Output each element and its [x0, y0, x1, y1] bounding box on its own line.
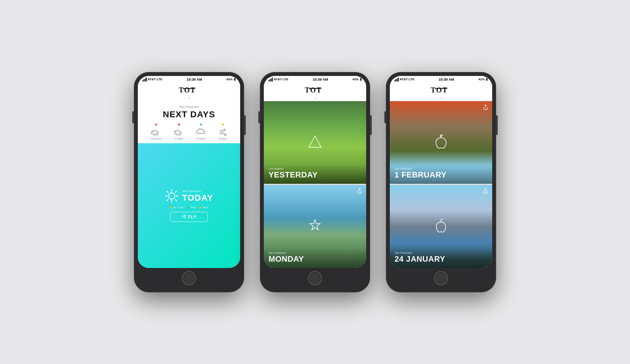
carrier-3: AT&T	[400, 78, 408, 81]
battery-icon-1: ▮	[234, 78, 235, 81]
card-location-february: San Francisco	[395, 167, 487, 170]
next-days-title: NEXT DAYS	[144, 109, 234, 120]
dot-2	[200, 124, 202, 126]
svg-line-4	[157, 135, 158, 136]
phone-3: AT&T LTE 10:39 AM 41% ▮ TOT ⌄	[386, 72, 496, 292]
card-title-january: 24 JANUARY	[395, 255, 487, 263]
dot-0	[155, 124, 157, 126]
home-button-area-1	[138, 268, 240, 288]
legend-wind: Wind	[202, 206, 208, 209]
chevron-3: ⌄	[390, 96, 492, 100]
cloud-icon-2	[196, 127, 206, 136]
chevron-1: ⌄	[138, 96, 240, 100]
weather-day-2: 03 April	[196, 124, 206, 140]
card-monday: San Francisco MONDAY	[264, 185, 366, 268]
label-0: Tomorrow	[150, 137, 162, 140]
home-button-1[interactable]	[182, 271, 196, 285]
svg-line-2	[154, 135, 154, 136]
svg-text:TOT: TOT	[305, 86, 322, 94]
card-february: San Francisco 1 FEBRUARY	[390, 101, 492, 184]
card-overlay-january: San Francisco 24 JANUARY	[390, 248, 492, 268]
fly-button[interactable]: FLY	[170, 212, 208, 222]
card-overlay-yesterday: Los Angeles YESTERDAY	[264, 164, 366, 184]
share-btn-january[interactable]	[483, 188, 488, 195]
fly-label: FLY	[188, 215, 196, 219]
legend-dot-kp	[170, 207, 172, 209]
svg-point-11	[169, 193, 175, 199]
card-yesterday: Los Angeles YESTERDAY	[264, 101, 366, 184]
battery-1: 42%	[226, 78, 233, 81]
label-1: 02 April	[174, 137, 183, 140]
today-title: TODAY	[182, 193, 213, 203]
legend-temp: Temp	[191, 206, 196, 209]
home-button-area-3	[390, 268, 492, 288]
svg-line-19	[167, 200, 169, 201]
legend-kp: Kp - Index	[173, 206, 184, 209]
home-button-3[interactable]	[434, 271, 448, 285]
card-january: San Francisco 24 JANUARY	[390, 185, 492, 268]
card-icon-january	[435, 218, 447, 234]
next-days-location: San Francisco	[144, 105, 234, 109]
today-section: San Francisco TODAY Kp - Index Temp	[138, 143, 240, 268]
time-3: 10:39 AM	[439, 78, 454, 81]
time-1: 10:39 AM	[187, 78, 202, 81]
network-1: LTE	[157, 78, 163, 81]
svg-line-16	[167, 191, 169, 193]
logo-svg-3: TOT	[429, 85, 453, 94]
dot-3	[222, 124, 224, 126]
card-title-february: 1 FEBRUARY	[395, 170, 487, 179]
legend-dot-wind	[199, 207, 201, 209]
home-button-2[interactable]	[308, 271, 322, 285]
home-button-area-2	[264, 268, 366, 288]
logo-svg-1: TOT	[177, 85, 201, 94]
share-btn-monday[interactable]	[357, 188, 362, 195]
label-2: 03 April	[196, 137, 205, 140]
card-location-yesterday: Los Angeles	[269, 167, 361, 170]
triangle-icon	[306, 133, 324, 150]
fly-icon	[182, 214, 186, 219]
svg-marker-22	[309, 136, 321, 147]
sun-icon	[165, 189, 179, 203]
label-3: 04 April	[219, 137, 227, 140]
today-legend: Kp - Index Temp Wind	[170, 206, 208, 209]
svg-line-18	[175, 191, 177, 193]
svg-text:TOT: TOT	[179, 86, 196, 94]
rain-icon-0	[151, 127, 161, 136]
carrier-1: AT&T	[148, 78, 156, 81]
battery-icon-2: ▮	[360, 78, 361, 81]
today-location: San Francisco	[182, 189, 213, 193]
phone-1: AT&T LTE 10:39 AM 42% ▮ TOT ⌄ San Franci…	[134, 72, 244, 292]
weather-day-0: Tomorrow	[150, 124, 162, 140]
status-bar-3: AT&T LTE 10:39 AM 41% ▮	[390, 76, 492, 82]
card-overlay-monday: San Francisco MONDAY	[264, 248, 366, 268]
app-header-1: TOT ⌄	[138, 82, 240, 101]
app-logo-2: TOT	[264, 85, 366, 95]
card-icon-monday	[307, 218, 323, 235]
svg-line-7	[180, 135, 180, 136]
share-btn-february[interactable]	[483, 104, 488, 111]
card-title-monday: MONDAY	[269, 255, 361, 263]
dot-1	[178, 124, 180, 126]
rain-icon-1	[174, 127, 183, 136]
network-2: LTE	[283, 78, 289, 81]
card-location-january: San Francisco	[395, 251, 487, 254]
carrier-2: AT&T	[274, 78, 282, 81]
status-bar-1: AT&T LTE 10:39 AM 42% ▮	[138, 76, 240, 82]
svg-text:TOT: TOT	[431, 86, 448, 94]
svg-marker-24	[310, 220, 320, 230]
logo-svg-2: TOT	[303, 85, 327, 94]
wind-icon-3	[218, 127, 228, 136]
svg-line-5	[177, 135, 177, 136]
next-days-section: San Francisco NEXT DAYS Tomorrow	[138, 101, 240, 143]
chevron-2: ⌄	[264, 96, 366, 100]
card-overlay-february: San Francisco 1 FEBRUARY	[390, 164, 492, 184]
status-bar-2: AT&T LTE 10:39 AM 42% ▮	[264, 76, 366, 82]
card-icon-yesterday	[306, 133, 324, 152]
app-header-3: TOT ⌄	[390, 82, 492, 101]
weather-day-3: 04 April	[218, 124, 228, 140]
star-icon	[307, 218, 323, 233]
battery-icon-3: ▮	[486, 78, 487, 81]
app-logo-1: TOT	[138, 85, 240, 95]
svg-line-3	[156, 135, 156, 136]
weather-days-row: Tomorrow 02 April	[144, 124, 234, 140]
